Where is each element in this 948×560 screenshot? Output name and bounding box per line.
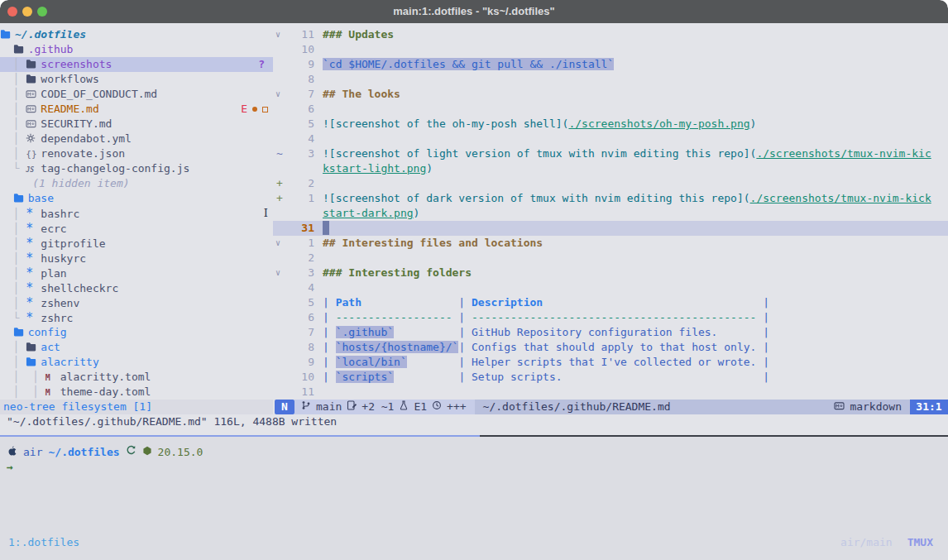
tree-item-readme-md[interactable]: │ README.mdE — [0, 102, 273, 117]
window-title: main:1:.dotfiles - "ks~/.dotfiles" — [0, 0, 948, 23]
editor-line-18[interactable]: 4 — [273, 280, 948, 295]
tree-item-act[interactable]: │ act — [0, 340, 273, 355]
folder-icon — [13, 42, 28, 57]
tree-item-plan[interactable]: │ *plan — [0, 266, 273, 280]
editor-line-17[interactable]: ∨3### Interesting folders — [273, 266, 948, 280]
shell-pane[interactable]: air ~/.dotfiles 20.15.0 → 1:.dotfiles ai… — [0, 437, 948, 560]
editor-line-6[interactable]: 6 — [273, 102, 948, 117]
indent-guide: │ — [0, 58, 26, 70]
statusline: neo-tree filesystem [1] N main +2 ~1 E1 … — [0, 400, 948, 414]
tree-item-workflows[interactable]: │ workflows — [0, 72, 273, 87]
indent-guide: │ — [0, 223, 26, 235]
editor-line-5[interactable]: ∨7## The looks — [273, 87, 948, 102]
tree-item-label: tag-changelog-config.js — [41, 162, 189, 175]
tree-item-theme-day-toml[interactable]: │ │ Mtheme-day.toml — [0, 385, 273, 400]
tree-item-label: config — [28, 326, 67, 338]
tree-item-code-of-conduct-md[interactable]: │ CODE_OF_CONDUCT.md — [0, 87, 273, 102]
nvim-workspace: ~/.dotfiles .github │ screenshots? │ wor… — [0, 23, 948, 435]
indent-guide: └ — [0, 162, 26, 175]
tree-item-label: alacritty.toml — [60, 371, 151, 383]
neo-tree-panel[interactable]: ~/.dotfiles .github │ screenshots? │ wor… — [0, 23, 273, 400]
editor-line-8[interactable]: 4 — [273, 132, 948, 146]
editor-line-13[interactable]: start-dark.png) — [273, 206, 948, 221]
tree-item-bashrc[interactable]: │ *bashrcI — [0, 206, 273, 221]
line-text: | ------------------ | -----------------… — [323, 310, 948, 325]
editor-line-23[interactable]: 9| `local/bin` | Helper scripts that I'v… — [273, 355, 948, 370]
tree-item-ecrc[interactable]: │ *ecrc — [0, 221, 273, 236]
json-braces-icon: {} — [26, 147, 41, 162]
editor-line-2[interactable]: 10 — [273, 42, 948, 57]
folder-icon — [13, 191, 28, 206]
editor-line-22[interactable]: 8| `hosts/{hostname}/`| Configs that sho… — [273, 340, 948, 355]
editor-line-16[interactable]: 2 — [273, 251, 948, 266]
tree-item-base[interactable]: base — [0, 191, 273, 206]
editor-line-24[interactable]: 10| `scripts` | Setup scripts. | — [273, 370, 948, 385]
indent-guide: │ — [0, 208, 26, 220]
editor-pane[interactable]: ∨11### Updates109`cd $HOME/.dotfiles && … — [273, 23, 948, 400]
tree-item-dependabot-yml[interactable]: │ dependabot.yml — [0, 132, 273, 146]
tree-item-shellcheckrc[interactable]: │ *shellcheckrc — [0, 280, 273, 295]
tree-item-security-md[interactable]: │ SECURITY.md — [0, 117, 273, 132]
line-number: 10 — [273, 42, 314, 57]
indent-guide: │ │ — [0, 371, 45, 383]
indent-guide: │ — [0, 73, 26, 85]
line-text: | Path | Description | — [323, 295, 948, 310]
hunks-indicator: +++ — [447, 400, 466, 414]
tree-item-github[interactable]: .github — [0, 42, 273, 57]
line-number: 6 — [273, 310, 314, 325]
indent-guide: │ │ — [0, 385, 45, 398]
tree-item-label: act — [41, 341, 60, 353]
tree-item-alacritty[interactable]: │ alacritty — [0, 355, 273, 370]
line-text: start-dark.png) — [323, 206, 948, 221]
line-text — [323, 221, 948, 236]
line-text: ![screenshot of the oh-my-posh shell](./… — [323, 117, 948, 132]
tree-item-label: SECURITY.md — [41, 117, 112, 130]
tree-item-label: zshrc — [41, 312, 73, 324]
tree-item-huskyrc[interactable]: │ *huskyrc — [0, 251, 273, 266]
tree-item-label: theme-day.toml — [60, 385, 151, 398]
editor-line-10[interactable]: kstart-light.png) — [273, 161, 948, 176]
line-number: 11 — [273, 27, 314, 42]
tree-item-gitprofile[interactable]: │ *gitprofile — [0, 236, 273, 251]
editor-line-14[interactable]: 31 — [273, 221, 948, 236]
indent-guide: │ — [0, 132, 26, 145]
tree-item-label: workflows — [41, 73, 98, 85]
line-text: ## The looks — [323, 87, 948, 102]
tree-item-alacritty-toml[interactable]: │ │ Malacritty.toml — [0, 370, 273, 385]
tree-item-zshenv[interactable]: │ *zshenv — [0, 295, 273, 310]
prompt-input-arrow[interactable]: → — [7, 460, 13, 475]
diagnostics-flask-icon — [399, 400, 409, 414]
editor-line-4[interactable]: 8 — [273, 72, 948, 87]
tree-item-config[interactable]: config — [0, 325, 273, 340]
editor-line-15[interactable]: ∨1## Interesting files and locations — [273, 236, 948, 251]
editor-line-7[interactable]: 5![screenshot of the oh-my-posh shell](.… — [273, 117, 948, 132]
line-number: 5 — [273, 295, 314, 310]
line-text: ## Interesting files and locations — [323, 236, 948, 251]
tree-item-renovate-json[interactable]: │ {}renovate.json — [0, 146, 273, 161]
tree-item-tag-changelog-config-js[interactable]: └ JStag-changelog-config.js — [0, 161, 273, 176]
tree-item-label: screenshots — [41, 58, 112, 70]
editor-line-3[interactable]: 9`cd $HOME/.dotfiles && git pull && ./in… — [273, 57, 948, 72]
editor-line-9[interactable]: ~3![screenshot of light version of tmux … — [273, 146, 948, 161]
toml-file-icon: M — [45, 385, 60, 400]
tmux-window-label[interactable]: 1:.dotfiles — [8, 535, 79, 550]
editor-line-25[interactable]: 11 — [273, 385, 948, 400]
editor-line-12[interactable]: +1![screenshot of dark version of tmux w… — [273, 191, 948, 206]
tree-item-zshrc[interactable]: └ *zshrc — [0, 310, 273, 325]
line-text: `cd $HOME/.dotfiles && git pull && ./ins… — [323, 57, 948, 72]
shell-prompt: air ~/.dotfiles 20.15.0 — [7, 445, 203, 460]
editor-line-19[interactable]: 5| Path | Description | — [273, 295, 948, 310]
editor-line-11[interactable]: +2 — [273, 176, 948, 191]
markdown-file-icon — [26, 87, 41, 102]
tree-item-screenshots[interactable]: │ screenshots? — [0, 57, 273, 72]
editor-line-20[interactable]: 6| ------------------ | ----------------… — [273, 310, 948, 325]
neotree-status: neo-tree filesystem [1] — [0, 400, 273, 414]
folder-icon — [26, 72, 41, 87]
command-line-message: "~/.dotfiles/.github/README.md" 116L, 44… — [0, 414, 948, 429]
config-file-icon: * — [26, 206, 41, 221]
editor-line-1[interactable]: ∨11### Updates — [273, 27, 948, 42]
tree-item-1-hidden-item[interactable]: (1 hidden item) — [0, 176, 273, 191]
line-number: 4 — [273, 280, 314, 295]
editor-line-21[interactable]: 7| `.github` | GitHub Repository configu… — [273, 325, 948, 340]
tree-item-dotfiles[interactable]: ~/.dotfiles — [0, 27, 273, 42]
